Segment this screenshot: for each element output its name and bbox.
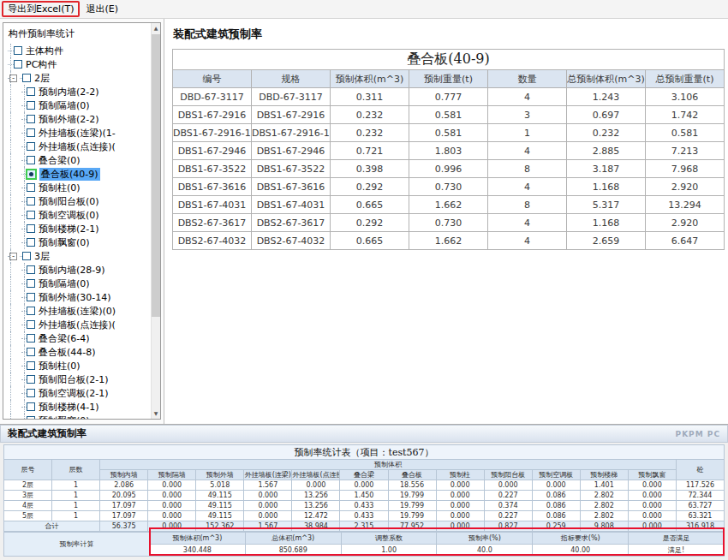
checkbox[interactable]	[27, 375, 35, 384]
checkbox[interactable]	[27, 416, 35, 419]
checkbox[interactable]	[27, 238, 35, 247]
tree-item[interactable]: 外挂墙板(点连接)(	[8, 318, 150, 331]
tree-item[interactable]: 预制空调板(0)	[8, 208, 150, 222]
table-row[interactable]: DBS1-67-2946DBS1-67-29460.7211.80342.885…	[173, 142, 725, 160]
component-tree-panel: 构件预制率统计 主体构件PC构件2层预制内墙(2-2)预制隔墙(0)预制外墙(2…	[3, 22, 161, 420]
tree-rail	[10, 263, 11, 277]
table-cell: DBS1-67-2916	[252, 106, 331, 124]
checkbox[interactable]	[27, 334, 35, 343]
tree-item[interactable]: 叠合梁(6-4)	[8, 331, 150, 345]
table-row[interactable]: DBS1-67-2916-11DBS1-67-2916-110.2320.581…	[173, 124, 725, 142]
table-row[interactable]: DBS1-67-4031DBS1-67-40310.6651.66285.317…	[173, 196, 725, 214]
stats-cell: 49.115	[196, 511, 244, 521]
tree-scrollbar[interactable]: ▲ ▼	[151, 23, 160, 419]
stats-header-row-1: 层号 层数 预制体积 砼	[4, 460, 725, 470]
tree-item[interactable]: 叠合板(40-9)	[8, 167, 150, 181]
tree-item[interactable]: 3层	[8, 249, 150, 263]
menu-exit[interactable]: 退出(E)	[80, 1, 124, 17]
tree-item[interactable]: 主体构件	[8, 44, 150, 57]
tree-item[interactable]: 预制隔墙(0)	[8, 98, 150, 112]
scrollbar-thumb[interactable]	[152, 34, 160, 317]
summary-column-header: 预制体积(m^3)	[150, 533, 246, 545]
tree-item[interactable]: 叠合板(44-8)	[8, 345, 150, 359]
table-cell: DBS1-67-3616	[173, 178, 252, 196]
table-cell: 1.803	[409, 142, 488, 160]
checkbox[interactable]	[14, 46, 22, 55]
stats-cell: 9.808	[580, 521, 628, 532]
table-cell: 8	[488, 196, 567, 214]
table-row[interactable]: DBS1-67-2916DBS1-67-29160.2320.58130.697…	[173, 106, 725, 124]
table-row[interactable]: DBS1-67-3616DBS1-67-36160.2920.73041.168…	[173, 178, 725, 196]
tree-item[interactable]: 预制外墙(2-2)	[8, 112, 150, 126]
table-header-row: 编号规格预制体积(m^3)预制重量(t)数量总预制体积(m^3)总预制重量(t)	[173, 70, 725, 88]
checkbox[interactable]	[27, 101, 35, 110]
checkbox[interactable]	[27, 142, 35, 151]
tree-item[interactable]: 外挂墙板(连梁)(0)	[8, 304, 150, 318]
checkbox[interactable]	[27, 265, 35, 274]
checkbox[interactable]	[27, 183, 35, 192]
scroll-up-icon[interactable]: ▲	[152, 23, 160, 33]
tree-item[interactable]: 预制飘窗(0)	[8, 414, 150, 419]
tree-item[interactable]: 预制空调板(2-1)	[8, 386, 150, 400]
tree-rail	[24, 359, 25, 372]
checkbox[interactable]	[27, 211, 35, 219]
table-cell: DBS2-67-4032	[173, 232, 252, 250]
summary-column-header: 指标要求(%)	[533, 533, 629, 545]
tree-item[interactable]: 预制阳台板(0)	[8, 194, 150, 208]
tree-rail	[10, 222, 11, 235]
tree-item[interactable]: 预制内墙(28-9)	[8, 263, 150, 277]
menu-bar: 导出到Excel(T) 退出(E)	[0, 0, 728, 19]
menu-export-excel[interactable]: 导出到Excel(T)	[2, 1, 80, 17]
checkbox[interactable]	[27, 224, 35, 233]
tree-item-label: 外挂墙板(点连接)(	[39, 319, 116, 331]
checkbox[interactable]	[27, 293, 35, 301]
table-row[interactable]: DBS2-67-4032DBS2-67-40320.6651.66242.659…	[173, 232, 725, 250]
checkbox[interactable]	[27, 87, 35, 96]
stats-column-header: 预制隔墙	[148, 470, 196, 480]
tree-item[interactable]: 预制内墙(2-2)	[8, 85, 150, 98]
tree-item[interactable]: PC构件	[8, 57, 150, 71]
tree-item[interactable]: 外挂墙板(点连接)(	[8, 140, 150, 153]
stats-cell: 19.799	[388, 511, 436, 521]
table-row[interactable]: DBS2-67-3617DBS2-67-36170.2920.73041.168…	[173, 214, 725, 232]
tree-item-label: 主体构件	[26, 45, 63, 57]
tree-item[interactable]: 预制柱(0)	[8, 181, 150, 194]
table-cell: 0.665	[331, 232, 409, 250]
table-cell: 0.292	[331, 214, 409, 232]
checkbox[interactable]	[22, 252, 31, 260]
tree-item[interactable]: 预制柱(0)	[8, 359, 150, 372]
checkbox[interactable]	[27, 156, 35, 164]
checkbox[interactable]	[27, 115, 35, 123]
checkbox[interactable]	[22, 74, 31, 82]
checkbox[interactable]	[27, 361, 35, 370]
checkbox[interactable]	[27, 307, 35, 315]
checkbox[interactable]	[27, 389, 35, 397]
tree-item[interactable]: 预制楼梯(2-1)	[8, 222, 150, 235]
checkbox[interactable]	[27, 279, 35, 288]
checkbox[interactable]	[27, 348, 35, 356]
tree-item[interactable]: 2层	[8, 71, 150, 85]
summary-column-header: 是否满足	[629, 533, 725, 545]
checkbox[interactable]	[27, 320, 35, 329]
table-row[interactable]: DBS1-67-3522DBS1-67-35220.3980.99683.187…	[173, 160, 725, 178]
tree-item[interactable]: 预制飘窗(0)	[8, 235, 150, 249]
selected-radio-icon[interactable]	[26, 169, 37, 180]
checkbox[interactable]	[27, 128, 35, 137]
stats-cell: 12.472	[292, 511, 340, 521]
checkbox[interactable]	[27, 197, 35, 206]
stats-total-row: 合计56.3750.000152.3621.56738.9842.31577.9…	[4, 521, 725, 532]
table-row[interactable]: DBD-67-3117DBD-67-31170.3110.77741.2433.…	[173, 88, 725, 106]
tree-rail	[10, 414, 11, 419]
tree-item[interactable]: 预制楼梯(4-1)	[8, 400, 150, 414]
tree-rail	[10, 153, 11, 167]
tree-item[interactable]: 预制外墙(30-14)	[8, 290, 150, 304]
tree-item[interactable]: 预制阳台板(2-1)	[8, 372, 150, 386]
tree-item[interactable]: 外挂墙板(连梁)(1-	[8, 126, 150, 140]
checkbox[interactable]	[14, 60, 22, 69]
scroll-down-icon[interactable]: ▼	[152, 408, 160, 419]
tree-item[interactable]: 叠合梁(0)	[8, 153, 150, 167]
checkbox[interactable]	[27, 402, 35, 411]
floor-cell: 3层	[4, 491, 52, 501]
tree-item-label-selected: 叠合板(40-9)	[39, 168, 100, 181]
tree-item[interactable]: 预制隔墙(0)	[8, 277, 150, 290]
